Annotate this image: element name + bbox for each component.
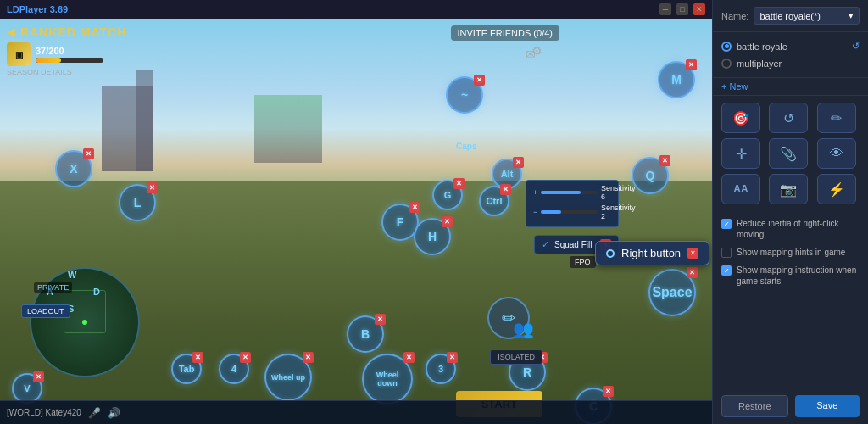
sens-bar-1 bbox=[541, 191, 598, 194]
profile-2-name: multiplayer bbox=[737, 59, 782, 69]
mail-icon[interactable]: ✉ bbox=[526, 47, 536, 61]
close-L[interactable]: ✕ bbox=[147, 182, 158, 193]
name-label: Name: bbox=[721, 11, 748, 21]
edit-tool-btn[interactable]: ✏ bbox=[817, 103, 856, 133]
xp-bar bbox=[36, 58, 103, 63]
close-F[interactable]: ✕ bbox=[409, 202, 420, 213]
close-V[interactable]: ✕ bbox=[33, 371, 44, 382]
sens-bar-2 bbox=[541, 210, 598, 214]
key-WheelUp[interactable]: ✕ Wheel up bbox=[264, 354, 312, 401]
close-Q[interactable]: ✕ bbox=[659, 155, 670, 166]
text-tool-btn[interactable]: AA bbox=[721, 174, 760, 204]
settings-area: ✓ Reduce inertia of right-click moving S… bbox=[713, 211, 868, 388]
key-B[interactable]: ✕ B bbox=[347, 315, 384, 353]
key-H[interactable]: ✕ H bbox=[414, 218, 451, 255]
wasd-right: D bbox=[93, 287, 100, 297]
key-tilde[interactable]: ✕ ~ bbox=[446, 76, 483, 114]
private-label: PRIVATE bbox=[34, 282, 72, 293]
close-WheelUp[interactable]: ✕ bbox=[303, 352, 314, 363]
titlebar: LDPlayer 3.69 ─ □ ✕ bbox=[0, 0, 712, 19]
hud-top-left: ◀ RANKED MATCH ▣ 37/200 SEASON DETAILS bbox=[7, 25, 126, 76]
xp-icon: ▣ bbox=[7, 42, 31, 66]
restore-button[interactable]: Restore bbox=[721, 395, 788, 417]
key-WheelDown[interactable]: ✕ Wheel down bbox=[362, 354, 413, 404]
close-4[interactable]: ✕ bbox=[240, 352, 251, 363]
app-logo: LDPlayer 3.69 bbox=[7, 4, 68, 14]
sens-row-1: + Sensitivity 6 bbox=[533, 184, 611, 201]
key-Tab[interactable]: ✕ Tab bbox=[171, 354, 202, 384]
mic-icon[interactable]: 🎤 bbox=[88, 407, 101, 419]
key-Q[interactable]: ✕ Q bbox=[632, 157, 669, 194]
loadout-label: LOADOUT bbox=[21, 304, 70, 318]
close-tilde[interactable]: ✕ bbox=[474, 75, 485, 86]
profile-multiplayer[interactable]: multiplayer bbox=[721, 55, 860, 72]
sens-val-2: Sensitivity 2 bbox=[601, 204, 611, 220]
save-button[interactable]: Save bbox=[795, 395, 860, 417]
setting-show-hints-text: Show mapping hints in game bbox=[737, 247, 845, 258]
key-L[interactable]: ✕ L bbox=[119, 184, 156, 221]
checkbox-show-hints[interactable] bbox=[721, 248, 732, 258]
speaker-icon[interactable]: 🔊 bbox=[108, 407, 120, 419]
radio-inactive-icon bbox=[721, 59, 732, 69]
setting-show-instruction-text: Show mapping instruction when game start… bbox=[737, 265, 860, 287]
link-tool-btn[interactable]: 📎 bbox=[769, 138, 808, 169]
sensitivity-panel: + Sensitivity 6 − Sensitivity 2 bbox=[526, 180, 619, 227]
close-C[interactable]: ✕ bbox=[603, 386, 614, 397]
close-3[interactable]: ✕ bbox=[447, 352, 458, 363]
new-profile-button[interactable]: + New bbox=[713, 77, 868, 95]
close-Tab[interactable]: ✕ bbox=[192, 352, 203, 363]
close-Space[interactable]: ✕ bbox=[687, 267, 698, 278]
setting-show-instruction: ✓ Show mapping instruction when game sta… bbox=[721, 265, 860, 287]
profile-1-name: battle royale bbox=[737, 42, 787, 52]
sens-fill-2 bbox=[541, 210, 560, 214]
radio-active-icon bbox=[721, 42, 732, 52]
right-button-tooltip: Right button ✕ bbox=[595, 241, 709, 265]
setting-show-hints: Show mapping hints in game bbox=[721, 247, 860, 258]
crosshair-tool-btn[interactable]: 🎯 bbox=[721, 103, 760, 133]
profile-selector[interactable]: battle royale(*) ▾ bbox=[754, 7, 860, 25]
key-Ctrl[interactable]: ✕ Ctrl bbox=[479, 186, 509, 216]
close-WheelDown[interactable]: ✕ bbox=[403, 352, 415, 363]
close-Alt[interactable]: ✕ bbox=[513, 157, 524, 168]
close-B[interactable]: ✕ bbox=[375, 314, 386, 325]
game-viewport: ◀ RANKED MATCH ▣ 37/200 SEASON DETAILS I… bbox=[0, 19, 712, 424]
close-H[interactable]: ✕ bbox=[442, 216, 453, 227]
key-V[interactable]: ✕ V bbox=[12, 373, 42, 404]
key-G[interactable]: ✕ G bbox=[432, 180, 463, 210]
key-4[interactable]: ✕ 4 bbox=[219, 354, 249, 384]
screenshot-tool-btn[interactable]: 📷 bbox=[769, 174, 808, 204]
back-arrow-icon[interactable]: ◀ bbox=[7, 26, 15, 38]
key-X[interactable]: ✕ X bbox=[55, 150, 92, 187]
move-tool-btn[interactable]: ✛ bbox=[721, 138, 760, 169]
refresh-icon[interactable]: ↺ bbox=[852, 41, 860, 52]
close-G[interactable]: ✕ bbox=[453, 178, 465, 189]
xp-fill bbox=[36, 58, 61, 63]
sens-fill-1 bbox=[541, 191, 581, 194]
isolated-badge: ISOLATED bbox=[490, 349, 542, 365]
right-panel: Name: battle royale(*) ▾ battle royale ↺… bbox=[712, 0, 868, 424]
close-M[interactable]: ✕ bbox=[686, 59, 697, 70]
minimize-button[interactable]: ─ bbox=[659, 3, 671, 15]
close-X[interactable]: ✕ bbox=[83, 148, 94, 159]
profile-battle-royale[interactable]: battle royale ↺ bbox=[721, 37, 860, 55]
close-button[interactable]: ✕ bbox=[693, 3, 705, 15]
window-controls[interactable]: ─ □ ✕ bbox=[659, 3, 705, 15]
invite-friends-label: INVITE FRIENDS (0/4) bbox=[451, 25, 559, 41]
key-Space[interactable]: ✕ Space bbox=[648, 269, 696, 316]
checkbox-show-instruction[interactable]: ✓ bbox=[721, 265, 732, 276]
close-right-button[interactable]: ✕ bbox=[687, 248, 698, 259]
squad-check-icon: ✓ bbox=[542, 239, 549, 250]
close-Ctrl[interactable]: ✕ bbox=[500, 184, 511, 195]
sens-plus: + bbox=[533, 188, 537, 197]
profiles-list: battle royale ↺ multiplayer bbox=[713, 32, 868, 77]
checkbox-reduce-inertia[interactable]: ✓ bbox=[721, 219, 732, 229]
key-M[interactable]: ✕ M bbox=[658, 61, 695, 98]
bolt-tool-btn[interactable]: ⚡ bbox=[817, 174, 856, 204]
xp-container: ▣ 37/200 bbox=[7, 42, 126, 66]
right-button-label: Right button bbox=[621, 247, 681, 259]
visibility-tool-btn[interactable]: 👁 bbox=[817, 138, 856, 169]
maximize-button[interactable]: □ bbox=[676, 3, 688, 15]
tool-grid: 🎯 ↺ ✏ ✛ 📎 👁 AA 📷 ⚡ bbox=[713, 95, 868, 211]
rotate-tool-btn[interactable]: ↺ bbox=[769, 103, 808, 133]
key-3[interactable]: ✕ 3 bbox=[426, 354, 456, 384]
